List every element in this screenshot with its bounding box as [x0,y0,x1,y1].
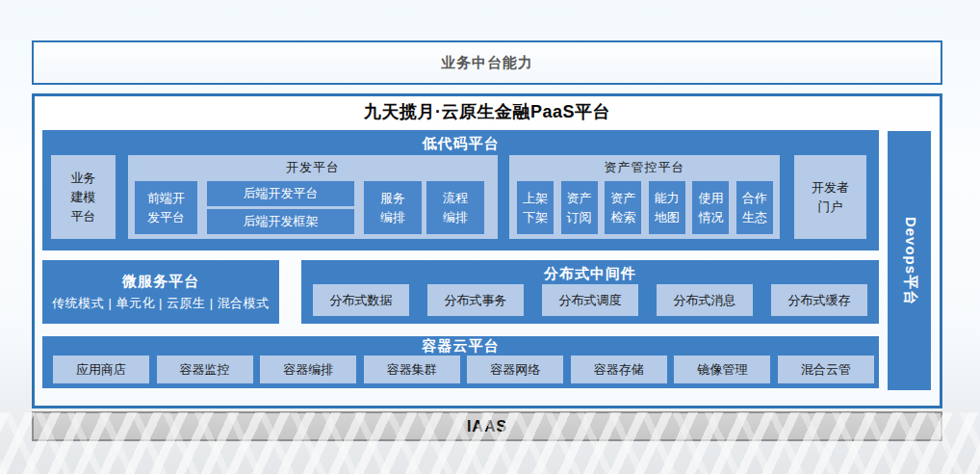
middleware-item-data: 分布式数据 [313,284,409,316]
frontend-dev-platform-box: 前端开发平台 [135,181,197,234]
asset-control-items-row: 上架下架 资产订阅 资产检索 能力地图 使用情况 合作生态 [517,181,773,234]
service-orchestration-box: 服务编排 [364,181,422,234]
container-item-hybrid-cloud: 混合云管 [778,356,874,383]
developer-portal-box: 开发者门户 [794,155,866,239]
container-item-network: 容器网络 [467,356,563,383]
container-items-row: 应用商店 容器监控 容器编排 容器集群 容器网络 容器存储 镜像管理 混合云管 [53,356,874,383]
developer-portal-label: 开发者门户 [812,178,849,217]
middleware-item-messaging: 分布式消息 [657,284,753,316]
asset-item-label: 能力地图 [655,189,680,227]
middleware-items-row: 分布式数据 分布式事务 分布式调度 分布式消息 分布式缓存 [313,284,867,316]
asset-item-shelving: 上架下架 [517,181,554,234]
container-item-monitoring: 容器监控 [157,356,253,383]
backend-dev-framework-box: 后端开发框架 [207,209,354,234]
backend-dev-platform-box: 后端开发平台 [207,181,354,206]
asset-item-label: 合作生态 [742,189,767,227]
container-item-image-mgmt: 镜像管理 [674,356,770,383]
service-orchestration-label: 服务编排 [380,189,405,227]
microservice-platform-title: 微服务平台 [122,273,199,291]
asset-item-label: 资产检索 [610,189,635,227]
business-modeling-label: 业务建模平台 [71,169,96,226]
process-orchestration-box: 流程编排 [426,181,484,234]
iaas-bar: IAAS [32,411,942,441]
business-middle-platform-banner: 业务中台能力 [32,40,942,85]
container-cloud-title: 容器云平台 [42,336,879,356]
container-item-storage: 容器存储 [571,356,667,383]
dev-platform-title: 开发平台 [128,156,498,179]
asset-item-search: 资产检索 [605,181,641,234]
asset-item-usage: 使用情况 [692,181,729,234]
frontend-dev-platform-label: 前端开发平台 [147,189,185,227]
devops-platform-strip: Devops平台 [888,131,931,390]
iaas-label: IAAS [467,418,507,435]
container-item-orchestration: 容器编排 [260,356,356,383]
paas-platform-title: 九天揽月·云原生金融PaaS平台 [32,96,942,127]
container-item-cluster: 容器集群 [364,356,460,383]
microservice-modes-label: 传统模式 | 单元化 | 云原生 | 混合模式 [52,295,269,312]
asset-control-title: 资产管控平台 [509,156,780,179]
asset-item-label: 使用情况 [698,189,723,227]
asset-item-cooperation: 合作生态 [736,181,773,234]
asset-item-label: 上架下架 [523,189,548,227]
architecture-diagram: 业务中台能力 九天揽月·云原生金融PaaS平台 低代码平台 业务建模平台 开发平… [0,0,980,474]
middleware-item-scheduling: 分布式调度 [542,284,638,316]
middleware-item-cache: 分布式缓存 [771,284,867,316]
process-orchestration-label: 流程编排 [443,189,468,227]
distributed-middleware-title: 分布式中间件 [301,262,879,284]
asset-item-capability-map: 能力地图 [649,181,685,234]
microservice-platform-box: 微服务平台 传统模式 | 单元化 | 云原生 | 混合模式 [42,260,279,324]
banner-label: 业务中台能力 [441,54,533,72]
lowcode-platform-title: 低代码平台 [42,131,879,155]
container-item-app-store: 应用商店 [53,356,149,383]
asset-item-label: 资产订阅 [567,189,592,227]
devops-platform-label: Devops平台 [900,216,918,304]
middleware-item-transaction: 分布式事务 [427,284,524,316]
business-modeling-platform-box: 业务建模平台 [51,155,116,239]
asset-item-subscription: 资产订阅 [561,181,598,234]
